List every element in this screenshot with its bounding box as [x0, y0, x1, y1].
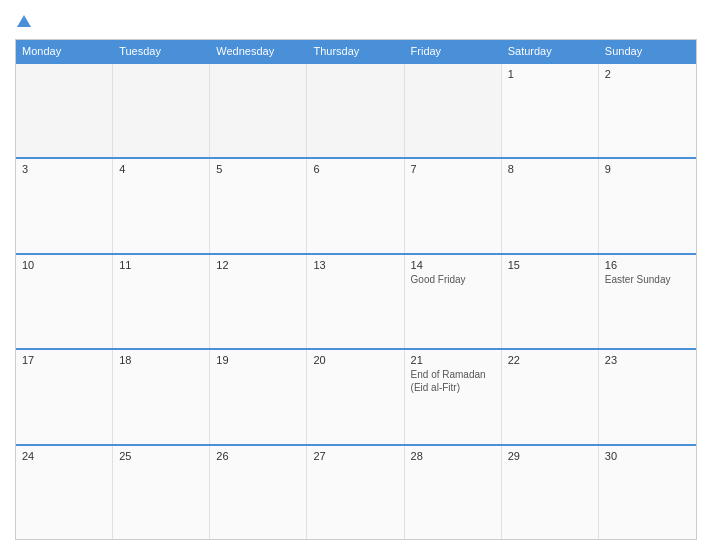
- calendar-cell: 19: [210, 350, 307, 443]
- cell-event: Good Friday: [411, 274, 466, 285]
- calendar-cell: 16Easter Sunday: [599, 255, 696, 348]
- calendar-cell: 6: [307, 159, 404, 252]
- cell-number: 29: [508, 450, 592, 462]
- day-header-wednesday: Wednesday: [210, 40, 307, 62]
- calendar-cell: [16, 64, 113, 157]
- cell-number: 27: [313, 450, 397, 462]
- calendar-cell: 18: [113, 350, 210, 443]
- calendar-cell: 11: [113, 255, 210, 348]
- cell-number: 30: [605, 450, 690, 462]
- cell-number: 15: [508, 259, 592, 271]
- calendar-grid: MondayTuesdayWednesdayThursdayFridaySatu…: [15, 39, 697, 540]
- calendar-cell: 7: [405, 159, 502, 252]
- cell-number: 26: [216, 450, 300, 462]
- week-row-4: 1718192021End of Ramadan (Eid al-Fitr)22…: [16, 348, 696, 443]
- weeks-container: 1234567891011121314Good Friday1516Easter…: [16, 62, 696, 539]
- calendar-cell: 21End of Ramadan (Eid al-Fitr): [405, 350, 502, 443]
- calendar-cell: 24: [16, 446, 113, 539]
- calendar-cell: 25: [113, 446, 210, 539]
- calendar-cell: 27: [307, 446, 404, 539]
- cell-number: 19: [216, 354, 300, 366]
- day-header-friday: Friday: [405, 40, 502, 62]
- cell-number: 22: [508, 354, 592, 366]
- cell-number: 14: [411, 259, 495, 271]
- calendar-cell: 10: [16, 255, 113, 348]
- calendar-cell: 30: [599, 446, 696, 539]
- cell-number: 1: [508, 68, 592, 80]
- header: [15, 15, 697, 29]
- calendar-cell: 4: [113, 159, 210, 252]
- calendar-cell: [307, 64, 404, 157]
- calendar-cell: 15: [502, 255, 599, 348]
- calendar-cell: 29: [502, 446, 599, 539]
- cell-number: 20: [313, 354, 397, 366]
- logo-triangle-icon: [17, 15, 31, 27]
- cell-event: End of Ramadan (Eid al-Fitr): [411, 369, 486, 393]
- calendar-cell: [113, 64, 210, 157]
- day-header-monday: Monday: [16, 40, 113, 62]
- calendar-cell: 22: [502, 350, 599, 443]
- cell-number: 23: [605, 354, 690, 366]
- week-row-5: 24252627282930: [16, 444, 696, 539]
- calendar-cell: [210, 64, 307, 157]
- cell-number: 16: [605, 259, 690, 271]
- cell-number: 2: [605, 68, 690, 80]
- week-row-2: 3456789: [16, 157, 696, 252]
- cell-number: 9: [605, 163, 690, 175]
- calendar-cell: 3: [16, 159, 113, 252]
- cell-event: Easter Sunday: [605, 274, 671, 285]
- cell-number: 10: [22, 259, 106, 271]
- cell-number: 8: [508, 163, 592, 175]
- cell-number: 18: [119, 354, 203, 366]
- calendar-cell: 26: [210, 446, 307, 539]
- day-header-thursday: Thursday: [307, 40, 404, 62]
- calendar-cell: 14Good Friday: [405, 255, 502, 348]
- logo: [15, 15, 31, 29]
- calendar-cell: 23: [599, 350, 696, 443]
- cell-number: 12: [216, 259, 300, 271]
- cell-number: 21: [411, 354, 495, 366]
- calendar-cell: 28: [405, 446, 502, 539]
- calendar-page: MondayTuesdayWednesdayThursdayFridaySatu…: [0, 0, 712, 550]
- cell-number: 25: [119, 450, 203, 462]
- cell-number: 13: [313, 259, 397, 271]
- cell-number: 11: [119, 259, 203, 271]
- cell-number: 5: [216, 163, 300, 175]
- calendar-cell: 2: [599, 64, 696, 157]
- calendar-cell: 5: [210, 159, 307, 252]
- week-row-3: 1011121314Good Friday1516Easter Sunday: [16, 253, 696, 348]
- cell-number: 28: [411, 450, 495, 462]
- day-header-sunday: Sunday: [599, 40, 696, 62]
- calendar-cell: 8: [502, 159, 599, 252]
- calendar-cell: 9: [599, 159, 696, 252]
- days-header: MondayTuesdayWednesdayThursdayFridaySatu…: [16, 40, 696, 62]
- calendar-cell: 12: [210, 255, 307, 348]
- day-header-tuesday: Tuesday: [113, 40, 210, 62]
- calendar-cell: 20: [307, 350, 404, 443]
- cell-number: 4: [119, 163, 203, 175]
- day-header-saturday: Saturday: [502, 40, 599, 62]
- cell-number: 24: [22, 450, 106, 462]
- cell-number: 6: [313, 163, 397, 175]
- week-row-1: 12: [16, 62, 696, 157]
- calendar-cell: 17: [16, 350, 113, 443]
- calendar-cell: 1: [502, 64, 599, 157]
- calendar-cell: [405, 64, 502, 157]
- cell-number: 17: [22, 354, 106, 366]
- cell-number: 3: [22, 163, 106, 175]
- cell-number: 7: [411, 163, 495, 175]
- calendar-cell: 13: [307, 255, 404, 348]
